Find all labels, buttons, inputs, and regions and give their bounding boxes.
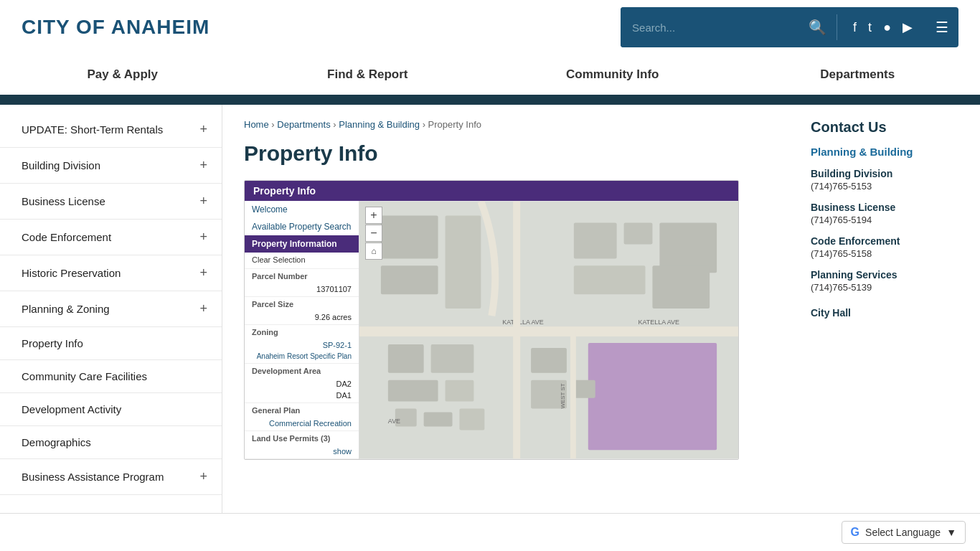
expand-icon: + <box>199 265 207 281</box>
development-area-value1: DA2 <box>245 378 359 390</box>
sidebar-item-business-license[interactable]: Business License + <box>0 184 222 220</box>
city-hall-label: City Hall <box>811 307 963 319</box>
breadcrumb: Home › Departments › Planning & Building… <box>244 119 772 130</box>
svg-rect-9 <box>624 223 653 245</box>
sidebar-item-short-term-rentals[interactable]: UPDATE: Short-Term Rentals + <box>0 112 222 148</box>
svg-rect-8 <box>574 223 617 259</box>
map-toolbar: Property Info <box>245 181 738 201</box>
dept-business-name: Business License <box>811 202 963 213</box>
map-svg: KATELLA AVE KATELLA AVE <box>359 201 738 459</box>
general-plan-value[interactable]: Commercial Recreation <box>245 418 359 429</box>
nav-departments[interactable]: Departments <box>735 55 981 95</box>
nav-pay-apply[interactable]: Pay & Apply <box>0 55 245 95</box>
youtube-icon[interactable]: ▶ <box>898 17 917 38</box>
sidebar-label: Historic Preservation <box>22 267 121 279</box>
zoom-in-button[interactable]: + <box>365 207 382 224</box>
header-right: 🔍 f t ● ▶ ☰ <box>621 7 958 47</box>
sidebar-item-community-care[interactable]: Community Care Facilities <box>0 360 222 393</box>
sidebar-label: Demographics <box>22 436 91 448</box>
map-panel-property-info: Property Information <box>245 235 359 253</box>
svg-rect-18 <box>531 348 567 373</box>
sidebar-label: Code Enforcement <box>22 231 111 243</box>
sidebar-item-historic-preservation[interactable]: Historic Preservation + <box>0 255 222 291</box>
land-use-link[interactable]: show <box>245 446 359 457</box>
footer-bar: G Select Language ▼ <box>0 513 980 535</box>
sidebar-item-property-info[interactable]: Property Info <box>0 327 222 360</box>
sidebar-item-planning-zoning[interactable]: Planning & Zoning + <box>0 291 222 327</box>
zoning-value-link[interactable]: SP-92-1 <box>245 339 359 351</box>
expand-icon: + <box>199 469 207 484</box>
svg-rect-6 <box>381 265 438 294</box>
hamburger-button[interactable]: ☰ <box>925 7 958 47</box>
contact-dept-code: Code Enforcement (714)765-5158 <box>811 235 963 259</box>
sidebar-item-demographics[interactable]: Demographics <box>0 426 222 459</box>
dept-planning-name: Planning Services <box>811 269 963 281</box>
google-g-icon: G <box>851 526 859 535</box>
svg-text:KATELLA AVE: KATELLA AVE <box>639 319 679 326</box>
left-sidebar: UPDATE: Short-Term Rentals + Building Di… <box>0 105 222 535</box>
expand-icon: + <box>199 194 207 209</box>
zoning-plan-link[interactable]: Anaheim Resort Specific Plan <box>245 351 359 362</box>
svg-text:WEST ST: WEST ST <box>560 383 566 408</box>
sidebar-label: Property Info <box>22 337 83 349</box>
page-title: Property Info <box>244 141 772 166</box>
svg-rect-15 <box>388 380 438 402</box>
search-button[interactable]: 🔍 <box>801 19 834 36</box>
svg-rect-17 <box>588 343 717 450</box>
sidebar-label: Development Activity <box>22 403 121 415</box>
parcel-number-label: Parcel Number <box>245 268 359 283</box>
facebook-icon[interactable]: f <box>849 17 861 38</box>
expand-icon: + <box>199 301 207 316</box>
nav-find-report[interactable]: Find & Report <box>245 55 491 95</box>
development-area-label: Development Area <box>245 363 359 378</box>
twitter-icon[interactable]: t <box>864 17 876 38</box>
building-permits-label: Building Permits (11) <box>245 458 359 459</box>
content-wrapper: UPDATE: Short-Term Rentals + Building Di… <box>0 105 980 535</box>
dept-planning-phone: (714)765-5139 <box>811 282 963 293</box>
parcel-size-label: Parcel Size <box>245 296 359 311</box>
zoning-label: Zoning <box>245 324 359 339</box>
main-content: Home › Departments › Planning & Building… <box>222 105 793 535</box>
svg-rect-16 <box>446 380 474 402</box>
expand-icon: + <box>199 230 207 245</box>
search-input[interactable] <box>632 22 790 34</box>
contact-dept-business-license: Business License (714)765-5194 <box>811 202 963 225</box>
contact-section-link[interactable]: Planning & Building <box>811 146 963 158</box>
breadcrumb-planning-building[interactable]: Planning & Building <box>339 119 420 130</box>
sidebar-label: Business License <box>22 195 105 207</box>
dept-building-name: Building Division <box>811 168 963 179</box>
sidebar-item-business-assistance[interactable]: Business Assistance Program + <box>0 459 222 495</box>
contact-us-title: Contact Us <box>811 119 963 136</box>
svg-rect-11 <box>574 265 646 294</box>
map-visual[interactable]: + − ⌂ KATELLA AVE KATELLA AVE <box>359 201 738 459</box>
home-button[interactable]: ⌂ <box>365 242 382 260</box>
dept-code-name: Code Enforcement <box>811 235 963 247</box>
svg-rect-25 <box>459 409 484 430</box>
instagram-icon[interactable]: ● <box>879 17 895 38</box>
parcel-size-value: 9.26 acres <box>245 311 359 323</box>
map-panel: Welcome Available Property Search Proper… <box>245 201 359 459</box>
map-panel-welcome[interactable]: Welcome <box>245 201 359 218</box>
svg-rect-1 <box>359 326 738 336</box>
svg-rect-14 <box>431 344 474 373</box>
breadcrumb-departments[interactable]: Departments <box>277 119 330 130</box>
sidebar-item-building-division[interactable]: Building Division + <box>0 148 222 184</box>
map-body: Welcome Available Property Search Proper… <box>245 201 738 459</box>
translate-label: Select Language <box>865 527 941 535</box>
sidebar-item-code-enforcement[interactable]: Code Enforcement + <box>0 220 222 255</box>
page-header: CITY OF ANAHEIM 🔍 f t ● ▶ ☰ Pay & Apply … <box>0 0 980 105</box>
sidebar-label: Community Care Facilities <box>22 370 147 382</box>
property-info-map: Property Info Welcome Available Property… <box>244 180 739 460</box>
zoom-out-button[interactable]: − <box>365 225 382 242</box>
google-translate-widget[interactable]: G Select Language ▼ <box>842 521 966 535</box>
sidebar-item-development-activity[interactable]: Development Activity <box>0 393 222 426</box>
breadcrumb-current: Property Info <box>428 119 481 130</box>
svg-text:AVE: AVE <box>388 418 400 425</box>
map-panel-available-search[interactable]: Available Property Search <box>245 218 359 235</box>
search-bar <box>621 7 801 47</box>
map-panel-clear[interactable]: Clear Selection <box>245 253 359 267</box>
breadcrumb-home[interactable]: Home <box>244 119 269 130</box>
sidebar-label: Building Division <box>22 159 100 171</box>
nav-community-info[interactable]: Community Info <box>490 55 735 95</box>
site-logo: CITY OF ANAHEIM <box>22 16 209 39</box>
